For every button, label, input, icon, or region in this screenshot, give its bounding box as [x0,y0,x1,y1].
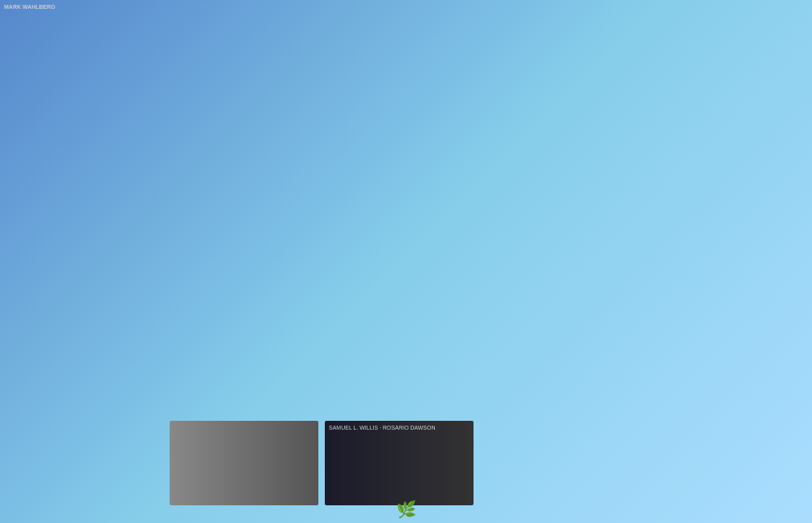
popular-card-2[interactable] [170,421,318,505]
popular-movies-row: SAMUEL L. WILLIS · ROSARIO DAWSON 🌿 MARK… [14,421,798,505]
popular-section: Movies Popular on Netflix SAMUEL L. WILL… [14,397,798,505]
pop-card-2-bg [170,421,318,505]
popular-card-1[interactable] [14,421,163,505]
popular-card-3[interactable]: SAMUEL L. WILLIS · ROSARIO DAWSON [325,421,474,505]
pop-card-1-content [14,421,163,505]
pop-card-3-bg: SAMUEL L. WILLIS · ROSARIO DAWSON [325,421,474,505]
pop-card-1-bg [14,421,163,505]
main-content: Top 10 for Angela RACHEL BILSON TOM STUR… [0,157,812,520]
pop-card-3-label: SAMUEL L. WILLIS · ROSARIO DAWSON [329,425,436,430]
